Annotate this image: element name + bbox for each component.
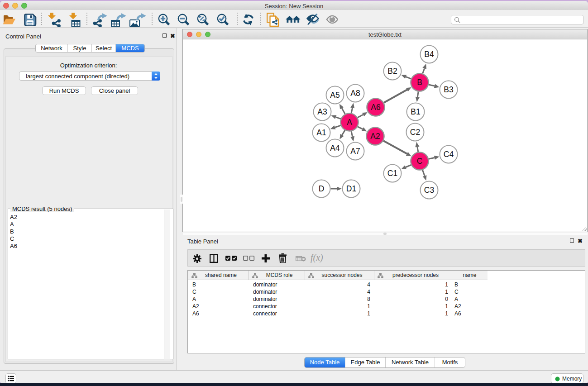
svg-text:A6: A6 — [371, 103, 380, 112]
svg-text:C4: C4 — [444, 150, 454, 159]
svg-text:A8: A8 — [350, 89, 360, 98]
svg-text:B3: B3 — [444, 85, 453, 94]
svg-text:C2: C2 — [410, 128, 420, 137]
svg-text:A1: A1 — [316, 128, 326, 137]
svg-text:A4: A4 — [330, 143, 340, 152]
svg-text:D: D — [319, 184, 325, 193]
svg-text:D1: D1 — [346, 184, 356, 193]
svg-text:B: B — [417, 78, 422, 87]
svg-text:A5: A5 — [330, 91, 339, 100]
svg-text:B2: B2 — [387, 67, 397, 76]
svg-text:B4: B4 — [424, 50, 434, 59]
svg-text:B1: B1 — [411, 107, 420, 116]
svg-text:A: A — [347, 118, 352, 127]
svg-text:C1: C1 — [387, 169, 397, 178]
svg-text:A3: A3 — [317, 107, 327, 116]
svg-text:A2: A2 — [370, 132, 380, 141]
svg-text:C: C — [417, 157, 423, 166]
svg-text:C3: C3 — [424, 186, 434, 195]
svg-text:A7: A7 — [350, 147, 360, 156]
